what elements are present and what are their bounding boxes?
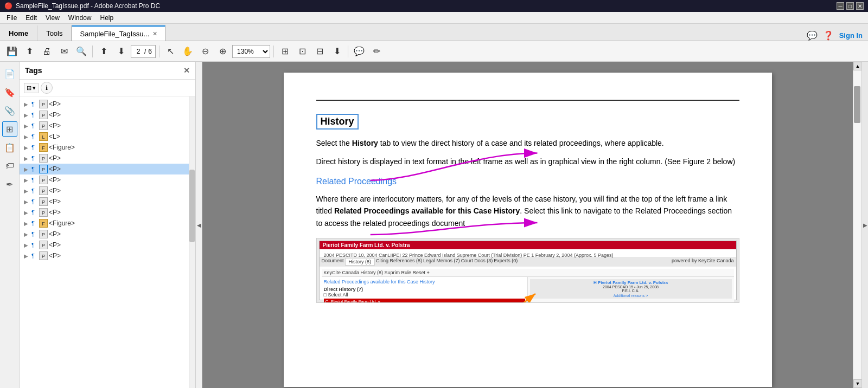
- upload-button[interactable]: ⬆: [22, 44, 37, 59]
- tab-document[interactable]: SampleFile_TagIssu... ✕: [72, 25, 165, 41]
- title-bar-controls[interactable]: ─ □ ✕: [837, 2, 864, 10]
- tag-item[interactable]: ▶ ¶ P <P>: [20, 250, 195, 261]
- sidebar-icon-tags[interactable]: 🏷: [2, 158, 17, 173]
- menu-edit[interactable]: Edit: [21, 13, 41, 23]
- tag-item[interactable]: ▶ ¶ P <P>: [20, 196, 195, 207]
- sidebar-icon-content[interactable]: 📋: [2, 140, 17, 155]
- tags-options-button[interactable]: ⊞ ▾: [24, 83, 39, 93]
- screenshot-toolbar-text: KeyCite Canada History (8) Suprim Rule R…: [324, 270, 430, 275]
- history-text-2: Direct history is displayed in text form…: [316, 156, 739, 167]
- tags-header: Tags ✕: [20, 62, 195, 80]
- screenshot-case-title: H Pieriot Family Farm Ltd. v. Polstra: [531, 280, 731, 285]
- fit-width-button[interactable]: ⊡: [295, 44, 310, 59]
- maximize-button[interactable]: □: [846, 2, 854, 10]
- print-button[interactable]: 🖨: [39, 44, 54, 59]
- rotate-button[interactable]: ⬇: [329, 44, 344, 59]
- screenshot-right-content: H Pieriot Family Farm Ltd. v. Polstra 20…: [530, 279, 732, 299]
- pen-button[interactable]: ✏: [369, 44, 384, 59]
- zoom-select[interactable]: 130% 100% 75% 150%: [232, 45, 270, 58]
- comment-add-button[interactable]: 💬: [352, 44, 367, 59]
- menu-file[interactable]: File: [2, 13, 21, 23]
- page-separator: /: [144, 48, 146, 55]
- tag-item[interactable]: ▶ ¶ P <P>: [20, 229, 195, 240]
- scrollbar-track[interactable]: [853, 70, 861, 379]
- tab-home[interactable]: Home: [0, 25, 37, 41]
- tag-label: <P>: [49, 176, 61, 184]
- right-scrollbar[interactable]: ▲ ▼: [853, 62, 861, 388]
- current-page[interactable]: 2: [135, 48, 142, 55]
- tag-item-related[interactable]: ▶ ¶ P <P>: [20, 207, 195, 218]
- pdf-screenshot-inner: Pieriot Family Farm Ltd. v. Polstra 2004…: [319, 241, 737, 300]
- tag-item[interactable]: ▶ ¶ L <L>: [20, 131, 195, 142]
- zoom-out-button[interactable]: ⊖: [197, 44, 213, 59]
- tag-item[interactable]: ▶ ¶ P <P>: [20, 174, 195, 185]
- tab-tools[interactable]: Tools: [37, 25, 72, 41]
- tag-para-icon: ¶: [31, 253, 38, 259]
- title-bar: 🔴 SampleFile_TagIssue.pdf - Adobe Acroba…: [0, 0, 868, 12]
- tags-close-button[interactable]: ✕: [183, 66, 190, 75]
- tag-para-icon: ¶: [31, 220, 38, 227]
- tag-item[interactable]: ▶ ¶ F <Figure>: [20, 218, 195, 229]
- minimize-button[interactable]: ─: [837, 2, 844, 10]
- tag-item[interactable]: ▶ ¶ F <Figure>: [20, 142, 195, 153]
- sidebar-icon-layers[interactable]: ⊞: [2, 121, 17, 137]
- page-nav: 2 / 6: [131, 45, 156, 58]
- scrollbar-down-button[interactable]: ▼: [853, 379, 862, 388]
- sidebar-icon-attach[interactable]: 📎: [2, 103, 17, 118]
- tag-expand-icon: ▶: [24, 188, 30, 194]
- history-section: History Select the History tab to view t…: [316, 114, 739, 168]
- cursor-tool-button[interactable]: ↖: [163, 44, 178, 59]
- tag-item[interactable]: ▶ ¶ P <P>: [20, 109, 195, 120]
- tag-para-icon: ¶: [31, 177, 38, 183]
- tag-p-icon: P: [39, 176, 48, 184]
- menu-view[interactable]: View: [41, 13, 64, 23]
- close-button[interactable]: ✕: [856, 2, 864, 10]
- tag-item[interactable]: ▶ ¶ P <P>: [20, 185, 195, 196]
- tags-scrollbar[interactable]: [189, 96, 195, 388]
- email-button[interactable]: ✉: [56, 44, 72, 59]
- tag-p-icon: P: [39, 154, 48, 163]
- sidebar-icon-order[interactable]: ✒: [2, 177, 17, 192]
- tab-home-label: Home: [9, 29, 28, 37]
- right-collapse-handle[interactable]: ▶: [861, 62, 868, 388]
- tag-item[interactable]: ▶ ¶ P <P>: [20, 240, 195, 250]
- panel-collapse-handle[interactable]: ◀: [196, 62, 202, 388]
- tag-fig-icon: F: [39, 143, 48, 152]
- tags-header-left: Tags: [25, 66, 42, 75]
- menu-help[interactable]: Help: [96, 13, 118, 23]
- tag-item[interactable]: ▶ ¶ P <P>: [20, 99, 195, 109]
- screenshot-case-court: P.E.I. C.A.: [531, 289, 731, 293]
- tags-info-button[interactable]: ℹ: [41, 82, 53, 94]
- menu-window[interactable]: Window: [64, 13, 96, 23]
- tags-grid-icon: ⊞: [27, 85, 31, 92]
- sidebar-icon-page[interactable]: 📄: [2, 66, 17, 81]
- tag-item[interactable]: ▶ ¶ P <P>: [20, 153, 195, 164]
- tag-para-icon: ¶: [31, 209, 38, 216]
- fit-page-button[interactable]: ⊞: [277, 44, 292, 59]
- tab-close-button[interactable]: ✕: [152, 30, 157, 37]
- next-page-button[interactable]: ⬇: [113, 44, 129, 59]
- window-title: SampleFile_TagIssue.pdf - Adobe Acrobat …: [16, 2, 160, 10]
- scrollbar-up-button[interactable]: ▲: [853, 62, 862, 70]
- save-button[interactable]: 💾: [4, 44, 20, 59]
- tags-toolbar: ⊞ ▾ ℹ: [20, 80, 195, 96]
- zoom-in-button[interactable]: ⊕: [215, 44, 230, 59]
- tag-para-icon: ¶: [31, 231, 38, 237]
- tag-item-selected[interactable]: ▶ ¶ P <P>: [20, 164, 195, 174]
- tag-expand-icon: ▶: [24, 221, 30, 227]
- sign-in-button[interactable]: Sign In: [839, 31, 863, 40]
- screenshot-link: Related Proceedings available for this C…: [324, 279, 525, 284]
- help-icon[interactable]: ❓: [823, 30, 834, 41]
- tag-para-icon: ¶: [31, 198, 38, 205]
- search-button[interactable]: 🔍: [74, 44, 89, 59]
- fit-full-button[interactable]: ⊟: [312, 44, 327, 59]
- sidebar-icon-bookmark[interactable]: 🔖: [2, 85, 17, 100]
- tag-label: <P>: [49, 111, 61, 119]
- tag-expand-icon: ▶: [24, 112, 30, 118]
- hand-tool-button[interactable]: ✋: [180, 44, 195, 59]
- prev-page-button[interactable]: ⬆: [96, 44, 111, 59]
- tag-p-icon: P: [39, 197, 48, 206]
- tags-list: ▶ ¶ P <P> ▶ ¶ P <P> ▶ ¶ P <P>: [20, 96, 195, 388]
- tag-item[interactable]: ▶ ¶ P <P>: [20, 120, 195, 131]
- comment-icon[interactable]: 💬: [807, 30, 818, 41]
